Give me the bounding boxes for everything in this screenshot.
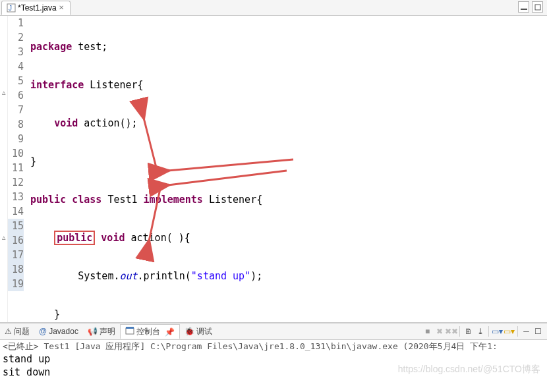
views-tab-bar: ⚠ 问题 @ Javadoc 📢 声明 控制台 📌 🐞 调试 ■ ✖ ✖✖ 🗎 …: [0, 323, 547, 340]
editor-window-controls: [518, 1, 543, 13]
line-number-gutter: 1234 5678 9101112 13141516 171819: [8, 16, 26, 322]
view-label: 控制台: [136, 326, 160, 337]
svg-line-5: [168, 171, 287, 185]
view-maximize-icon[interactable]: ☐: [533, 327, 543, 337]
view-label: 问题: [14, 326, 30, 337]
minimize-button[interactable]: [518, 1, 529, 13]
bug-icon: 🐞: [185, 327, 194, 336]
warning-icon: ⚠: [5, 327, 12, 336]
view-label: 声明: [100, 326, 115, 337]
editor-tab-test1[interactable]: J *Test1.java ✕: [1, 1, 71, 15]
terminate-button[interactable]: ■: [422, 327, 432, 337]
view-minimize-icon[interactable]: ─: [521, 327, 531, 337]
maximize-button[interactable]: [532, 1, 543, 13]
override-marker-icon: ▵: [0, 233, 7, 248]
clear-console-icon[interactable]: 🗎: [463, 327, 473, 337]
svg-text:J: J: [9, 5, 12, 12]
watermark-text: https://blog.csdn.net/@51CTO博客: [398, 364, 540, 376]
view-problems[interactable]: ⚠ 问题: [0, 325, 34, 339]
java-file-icon: J: [7, 3, 16, 13]
code-area[interactable]: package test; interface Listener{ void a…: [26, 16, 547, 322]
editor-tab-title: *Test1.java: [18, 3, 57, 13]
view-label: 调试: [196, 326, 212, 337]
open-console-icon[interactable]: ▭▾: [504, 327, 514, 337]
code-editor[interactable]: ▵ ▵ 1234 5678 9101112 13141516 171819 pa…: [0, 16, 547, 323]
remove-all-icon[interactable]: ✖✖: [446, 327, 456, 337]
remove-launch-icon[interactable]: ✖: [434, 327, 444, 337]
svg-rect-9: [126, 327, 134, 329]
console-header: <已终止> Test1 [Java 应用程序] C:\Program Files…: [3, 341, 544, 352]
view-declaration[interactable]: 📢 声明: [83, 325, 120, 339]
svg-rect-8: [126, 328, 134, 334]
horn-icon: 📢: [88, 327, 98, 336]
pin-icon[interactable]: 📌: [165, 327, 175, 337]
view-console[interactable]: 控制台 📌: [120, 324, 180, 339]
svg-rect-3: [535, 5, 540, 10]
view-debug[interactable]: 🐞 调试: [180, 325, 217, 339]
override-marker-icon: ▵: [0, 88, 7, 103]
display-selected-console-icon[interactable]: ▭▾: [492, 327, 502, 337]
view-label: Javadoc: [49, 327, 78, 336]
scroll-lock-icon[interactable]: ⤓: [475, 327, 485, 337]
javadoc-icon: @: [39, 327, 47, 336]
close-icon[interactable]: ✕: [59, 4, 67, 12]
svg-rect-2: [521, 9, 527, 10]
view-javadoc[interactable]: @ Javadoc: [34, 325, 83, 337]
marker-bar: ▵ ▵: [0, 16, 8, 322]
console-toolbar: ■ ✖ ✖✖ 🗎 ⤓ ▭▾ ▭▾ ─ ☐: [422, 326, 543, 337]
editor-tab-bar: J *Test1.java ✕: [0, 0, 547, 16]
console-icon: [125, 326, 134, 337]
